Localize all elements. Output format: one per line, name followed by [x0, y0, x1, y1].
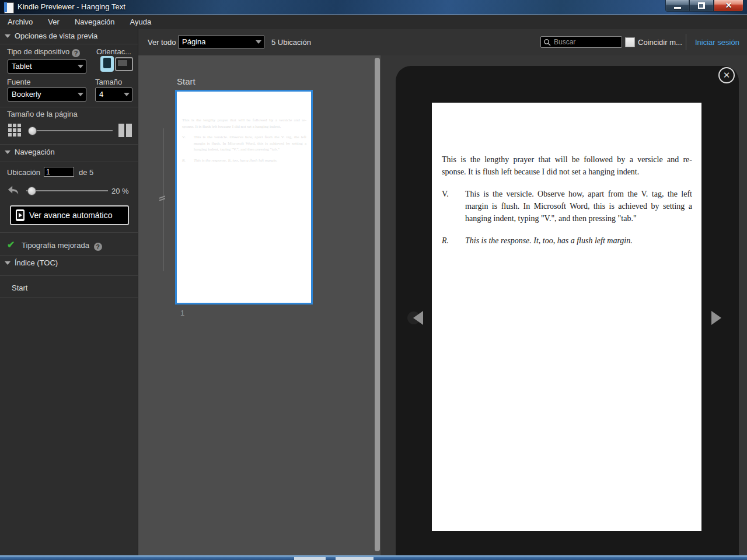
auto-advance-label: Ver avance automático [29, 211, 112, 220]
help-icon[interactable]: ? [72, 49, 80, 57]
search-icon [543, 38, 551, 46]
book-page-text: This is the lengthy prayer that will be … [432, 103, 701, 247]
orientation-toggle [100, 56, 133, 72]
chevron-down-icon [78, 65, 83, 68]
auto-advance-button[interactable]: Ver avance automático [10, 205, 129, 225]
taskbar-glimpse [294, 557, 326, 560]
progress-slider-track[interactable] [26, 190, 108, 191]
grid-view-icon[interactable] [8, 124, 22, 137]
restore-button[interactable] [689, 0, 714, 12]
text-line: margin is flush. In Microsoft Word, this… [194, 141, 306, 147]
toc-item-start[interactable]: Start [12, 284, 27, 292]
paragraph-lines: This is the response. It, too, has a flu… [465, 235, 692, 247]
device-type-dropdown[interactable]: Tablet [8, 60, 86, 74]
verse-tag: V. [182, 134, 186, 141]
divider [0, 255, 138, 256]
window-controls: ✕ [665, 0, 743, 12]
chevron-down-icon [5, 150, 11, 154]
text-line: hanging indent, typing "V.", and then pr… [194, 146, 306, 153]
thumbnail-page-text: This is the lengthy prayer that will be … [177, 92, 311, 163]
close-icon: ✕ [725, 0, 732, 11]
section-preview-options[interactable]: Opciones de vista previa [0, 32, 138, 44]
orientation-portrait-icon[interactable] [100, 56, 114, 72]
text-line: This is the lengthy prayer that will be … [182, 117, 306, 124]
text-line: This is the response. It, too, has a flu… [194, 158, 306, 164]
thumbnail-scrollbar[interactable] [375, 58, 380, 551]
preview-panel: ✕ This is the lengthy prayer that will b… [381, 55, 747, 555]
menu-archivo[interactable]: Archivo [0, 15, 40, 29]
page-paragraph: This is the lengthy prayer that will be … [182, 117, 306, 130]
title-bar: Kindle Previewer - Hanging Text ✕ [0, 0, 747, 15]
menu-bar: Archivo Ver Navegación Ayuda [0, 15, 747, 29]
two-page-view-icon[interactable] [118, 124, 132, 137]
text-line: sponse. It is flush left because I did n… [442, 166, 692, 178]
page-size-slider-handle[interactable] [28, 127, 37, 135]
section-navigation[interactable]: Navegación [0, 148, 138, 160]
text-line: sponse. It is flush left because I did n… [182, 124, 306, 130]
minimize-icon [674, 7, 681, 9]
progress-slider-handle[interactable] [27, 187, 36, 195]
book-page[interactable]: This is the lengthy prayer that will be … [432, 103, 701, 531]
thumbnail-page-number: 1 [180, 309, 184, 317]
match-case-label: Coincidir m... [638, 38, 682, 47]
size-dropdown[interactable]: 4 [95, 88, 132, 102]
page-size-label: Tamaño de la página [7, 110, 78, 118]
menu-ayuda[interactable]: Ayuda [123, 15, 159, 29]
paragraph-lines: This is the lengthy prayer that will be … [442, 153, 692, 178]
location-total: de 5 [79, 168, 93, 177]
chevron-down-icon [5, 34, 11, 38]
close-preview-icon[interactable]: ✕ [718, 67, 735, 83]
text-line: This is the lengthy prayer that will be … [442, 153, 692, 166]
location-label: Ubicación [7, 168, 40, 177]
view-all-label: Ver todo [148, 38, 176, 47]
section-toc[interactable]: Índice (TOC) [0, 258, 138, 271]
search-input[interactable] [553, 37, 622, 47]
verse-tag: R. [442, 235, 449, 247]
sign-in-link[interactable]: Iniciar sesión [695, 38, 739, 47]
divider [0, 162, 138, 162]
device-type-label: Tipo de dispositivo? [7, 47, 80, 57]
text-line: This is the versicle. Observe how, apart… [465, 188, 692, 200]
orientation-landscape-icon[interactable] [115, 57, 133, 71]
view-mode-dropdown[interactable]: Página [178, 35, 264, 49]
toolbar: Ver todo Página 5 Ubicación Coincidir m.… [138, 29, 747, 56]
section-label: Índice (TOC) [15, 258, 58, 267]
window-title: Kindle Previewer - Hanging Text [18, 2, 125, 11]
font-dropdown[interactable]: Bookerly [8, 88, 86, 102]
page-thumbnail[interactable]: This is the lengthy prayer that will be … [175, 90, 313, 304]
restore-icon [698, 2, 705, 9]
verse-tag: R. [182, 158, 186, 164]
location-input[interactable] [44, 167, 74, 177]
enhanced-typography-row: ✔ Tipografía mejorada ? [7, 239, 102, 251]
sidebar: Opciones de vista previa Tipo de disposi… [0, 29, 138, 555]
section-label: Opciones de vista previa [15, 32, 97, 40]
close-button[interactable]: ✕ [714, 0, 743, 12]
window-bottom-border [0, 555, 747, 560]
orientation-label: Orientac... [96, 47, 131, 56]
match-case-checkbox[interactable] [625, 37, 635, 47]
location-count: 5 Ubicación [271, 38, 311, 47]
help-icon[interactable]: ? [94, 243, 102, 251]
next-page-arrow-icon[interactable] [711, 311, 721, 325]
menu-navegacion[interactable]: Navegación [67, 15, 123, 29]
text-line: This is the response. It, too, has a flu… [465, 235, 692, 247]
chevron-down-icon [5, 261, 11, 265]
divider [0, 298, 138, 298]
page-paragraph: This is the lengthy prayer that will be … [442, 153, 692, 178]
kindle-previewer-window: Kindle Previewer - Hanging Text ✕ Archiv… [0, 0, 747, 560]
minimize-button[interactable] [665, 0, 689, 12]
verse-tag: V. [442, 188, 449, 200]
paragraph-lines: This is the response. It, too, has a flu… [194, 158, 306, 164]
size-label: Tamaño [95, 78, 122, 86]
grip-icon [159, 195, 165, 201]
text-line: hanging indent, typing "V.", and then pr… [465, 212, 692, 225]
divider [0, 144, 138, 145]
search-box [540, 36, 622, 48]
menu-ver[interactable]: Ver [40, 15, 67, 29]
prev-page-arrow-icon[interactable] [413, 311, 423, 325]
page-paragraph: V.This is the versicle. Observe how, apa… [182, 134, 306, 153]
back-arrow-icon[interactable] [7, 184, 20, 199]
auto-play-icon [16, 209, 25, 221]
view-mode-value: Página [182, 37, 205, 46]
page-size-slider-track[interactable] [29, 130, 113, 131]
